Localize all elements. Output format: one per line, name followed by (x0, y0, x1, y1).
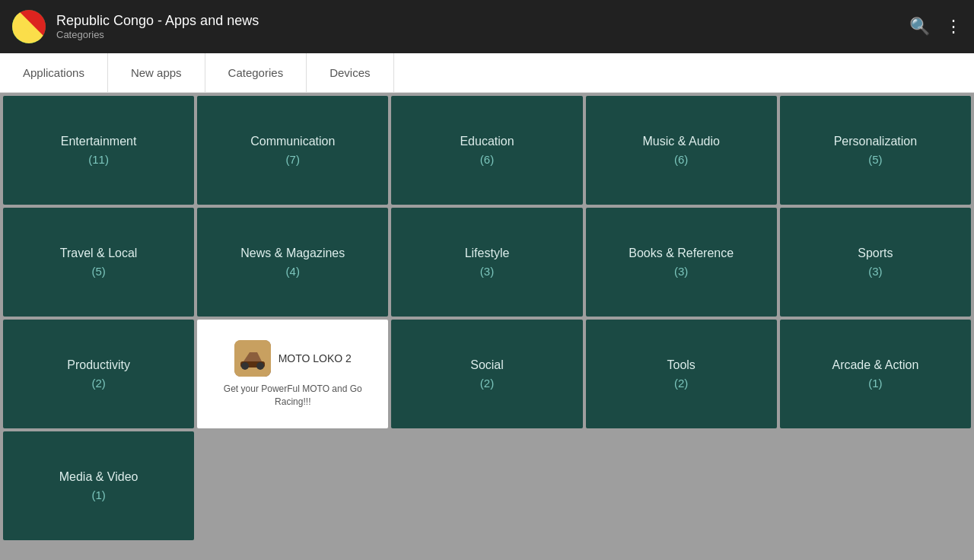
category-count: (2) (480, 377, 494, 390)
empty-placeholder (586, 431, 777, 540)
category-name: Productivity (67, 358, 130, 372)
category-name: Music & Audio (643, 135, 720, 148)
category-count: (1) (868, 377, 882, 390)
category-count: (2) (674, 377, 688, 390)
category-tile-arcade-action[interactable]: Arcade & Action (1) (780, 320, 971, 428)
nav-item-categories[interactable]: Categories (205, 53, 307, 92)
category-tile-tools[interactable]: Tools (2) (586, 320, 777, 428)
category-name: Lifestyle (465, 247, 510, 260)
category-count: (7) (286, 153, 300, 166)
category-count: (2) (91, 377, 105, 390)
category-tile-media-video[interactable]: Media & Video (1) (3, 431, 194, 540)
category-tile-music-audio[interactable]: Music & Audio (6) (586, 96, 777, 205)
header-actions: 🔍 ⋮ (909, 17, 962, 37)
ad-tile[interactable]: MOTO LOKO 2 Get your PowerFul MOTO and G… (197, 320, 388, 428)
ad-tile-inner: MOTO LOKO 2 Get your PowerFul MOTO and G… (205, 340, 380, 409)
category-name: Personalization (834, 135, 917, 148)
svg-point-8 (256, 362, 264, 370)
category-name: Education (460, 135, 514, 148)
category-count: (4) (286, 265, 300, 278)
category-count: (3) (674, 265, 688, 278)
svg-point-7 (241, 362, 249, 370)
category-tile-education[interactable]: Education (6) (391, 96, 582, 205)
category-count: (6) (674, 153, 688, 166)
category-name: Arcade & Action (832, 358, 918, 372)
category-tile-travel-local[interactable]: Travel & Local (5) (3, 208, 194, 317)
nav-item-devices[interactable]: Devices (307, 53, 393, 92)
header-subtitle: Categories (56, 29, 259, 40)
nav-item-applications[interactable]: Applications (0, 53, 108, 92)
header-left: Republic Congo - Apps and news Categorie… (12, 10, 259, 43)
nav-bar: Applications New apps Categories Devices (0, 53, 974, 93)
empty-placeholder (780, 431, 971, 540)
category-tile-lifestyle[interactable]: Lifestyle (3) (391, 208, 582, 317)
category-name: Communication (250, 135, 335, 148)
ad-app-icon (234, 340, 271, 377)
category-tile-sports[interactable]: Sports (3) (780, 208, 971, 317)
app-header: Republic Congo - Apps and news Categorie… (0, 0, 974, 53)
category-name: Tools (667, 358, 695, 372)
category-count: (11) (88, 153, 109, 166)
category-tile-productivity[interactable]: Productivity (2) (3, 320, 194, 428)
category-count: (3) (480, 265, 494, 278)
category-count: (5) (91, 265, 105, 278)
categories-grid: Entertainment (11) Communication (7) Edu… (0, 93, 974, 543)
category-tile-communication[interactable]: Communication (7) (197, 96, 388, 205)
category-tile-news-magazines[interactable]: News & Magazines (4) (197, 208, 388, 317)
empty-placeholder (391, 431, 582, 540)
search-icon[interactable]: 🔍 (909, 17, 930, 37)
moto-loko-icon (234, 340, 271, 377)
flag-icon (12, 10, 46, 43)
category-count: (6) (480, 153, 494, 166)
category-name: Travel & Local (60, 247, 138, 260)
category-count: (3) (868, 265, 882, 278)
more-menu-icon[interactable]: ⋮ (945, 17, 962, 37)
app-logo (12, 10, 46, 43)
category-tile-books-reference[interactable]: Books & Reference (3) (586, 208, 777, 317)
category-name: Social (470, 358, 504, 372)
category-name: Entertainment (61, 135, 137, 148)
header-title: Republic Congo - Apps and news (56, 13, 259, 29)
category-name: Books & Reference (629, 247, 734, 260)
category-name: Media & Video (59, 470, 138, 484)
category-name: Sports (858, 247, 893, 260)
category-count: (5) (868, 153, 882, 166)
category-tile-personalization[interactable]: Personalization (5) (780, 96, 971, 205)
empty-placeholder (197, 431, 388, 540)
ad-app-name: MOTO LOKO 2 (279, 352, 352, 364)
nav-item-new-apps[interactable]: New apps (108, 53, 205, 92)
category-count: (1) (91, 488, 105, 501)
header-text: Republic Congo - Apps and news Categorie… (56, 13, 259, 40)
ad-app-row: MOTO LOKO 2 (234, 340, 352, 377)
category-tile-entertainment[interactable]: Entertainment (11) (3, 96, 194, 205)
category-name: News & Magazines (240, 247, 345, 260)
category-tile-social[interactable]: Social (2) (391, 320, 582, 428)
ad-app-desc: Get your PowerFul MOTO and Go Racing!!! (205, 383, 380, 409)
